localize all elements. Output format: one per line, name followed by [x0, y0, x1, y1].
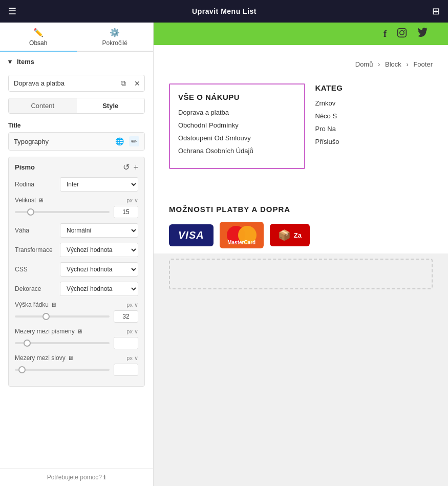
- copy-button[interactable]: ⧉: [117, 76, 130, 91]
- vyskaradku-text: Výška řádku: [15, 301, 49, 308]
- pencil-icon: ✏️: [33, 28, 44, 37]
- left-panel: ✏️ Obsah ⚙️ Pokročilé ▾ Items ⧉ ✕ Conten…: [0, 23, 154, 486]
- footer-link-obchodni[interactable]: Obchodní Podmínky: [178, 121, 296, 129]
- css-label: CSS: [15, 266, 56, 273]
- help-text[interactable]: Potřebujete pomoc? ℹ: [47, 474, 106, 481]
- mezery-slovy-label: Mezery mezi slovy 🖥: [15, 354, 73, 362]
- footer-link-odstoupeni[interactable]: Odstoupení Od Smlouvy: [178, 134, 296, 142]
- pismo-header: Písmo ↺ +: [15, 162, 138, 172]
- twitter-icon[interactable]: [417, 28, 428, 40]
- hamburger-icon[interactable]: ☰: [8, 6, 16, 17]
- footer-link-zrnkov[interactable]: Zrnkov: [315, 99, 433, 107]
- collapse-arrow-icon: ▾: [8, 58, 12, 66]
- pismo-section: Písmo ↺ + Rodina Inter Arial Roboto Veli…: [8, 157, 145, 387]
- mastercard-text: MasterCard: [227, 240, 255, 245]
- tab-obsah[interactable]: ✏️ Obsah: [0, 23, 77, 52]
- transformace-row: Transformace Výchozí hodnota Uppercase L…: [15, 243, 138, 257]
- tab-style[interactable]: Style: [77, 98, 145, 113]
- mastercard-logo: MasterCard: [220, 222, 264, 248]
- footer-link-prislu[interactable]: Příslušo: [315, 138, 433, 145]
- vaha-select[interactable]: Normální Bold Light: [60, 223, 138, 238]
- mezery-pismeny-slider-row: [15, 337, 138, 349]
- rodina-label: Rodina: [15, 181, 56, 188]
- rodina-row: Rodina Inter Arial Roboto: [15, 177, 138, 192]
- breadcrumb-item-domu[interactable]: Domů: [355, 60, 373, 68]
- item-input[interactable]: [9, 75, 117, 91]
- vaha-label: Váha: [15, 227, 56, 234]
- css-select[interactable]: Výchozí hodnota Italic Normal: [60, 262, 138, 277]
- footer-link-pro-na[interactable]: Pro Na: [315, 125, 433, 133]
- payment-title: MOŽNOSTI PLATBY A DOPRA: [169, 205, 433, 214]
- transformace-label: Transformace: [15, 246, 56, 253]
- mezery-slovy-slider[interactable]: [15, 369, 110, 371]
- tab-pokrocile[interactable]: ⚙️ Pokročilé: [77, 23, 154, 52]
- reset-button[interactable]: ↺: [123, 162, 130, 172]
- footer-col-kategorie: KATEG Zrnkov Něco S Pro Na Příslušo: [315, 83, 433, 169]
- tab-content[interactable]: Content: [9, 98, 77, 113]
- dekorace-label: Dekorace: [15, 285, 56, 292]
- velikost-unit: px ∨: [126, 197, 138, 204]
- velikost-slider-row: [15, 206, 138, 218]
- monitor-icon-4: 🖥: [68, 355, 73, 361]
- dekorace-row: Dekorace Výchozí hodnota Underline None: [15, 282, 138, 296]
- instagram-icon[interactable]: [397, 28, 407, 40]
- items-label-text: Items: [17, 58, 34, 66]
- close-button[interactable]: ✕: [130, 76, 144, 91]
- add-button[interactable]: +: [134, 162, 138, 172]
- breadcrumb-item-block[interactable]: Block: [385, 60, 401, 68]
- items-toggle[interactable]: ▾ Items: [8, 58, 145, 66]
- dekorace-select[interactable]: Výchozí hodnota Underline None: [60, 282, 138, 296]
- breadcrumb-sep-2: ›: [406, 60, 408, 68]
- title-section: Title Typography 🌐 ✏: [0, 118, 153, 155]
- top-bar: ☰ Upravit Menu List ⊞: [0, 0, 448, 23]
- grid-icon[interactable]: ⊞: [432, 6, 440, 17]
- tab-pokrocile-label: Pokročilé: [102, 39, 127, 47]
- item-row: ⧉ ✕: [8, 75, 145, 92]
- vyskaradku-input[interactable]: [114, 310, 138, 323]
- zasilkovna-logo: 📦 Za: [270, 224, 310, 246]
- content-area: Domů › Block › Footer VŠE O NÁKUPU Dopra…: [154, 45, 448, 195]
- monitor-icon-3: 🖥: [77, 328, 82, 334]
- css-row: CSS Výchozí hodnota Italic Normal: [15, 262, 138, 277]
- breadcrumb-item-footer: Footer: [413, 60, 433, 68]
- typography-row: Typography 🌐 ✏: [8, 132, 145, 151]
- velikost-slider[interactable]: [15, 211, 110, 213]
- main-layout: ✏️ Obsah ⚙️ Pokročilé ▾ Items ⧉ ✕ Conten…: [0, 23, 448, 486]
- facebook-icon[interactable]: f: [383, 29, 387, 39]
- panel-tabs: ✏️ Obsah ⚙️ Pokročilé: [0, 23, 153, 52]
- dotted-selection-box: [169, 259, 433, 289]
- help-footer: Potřebujete pomoc? ℹ: [0, 468, 153, 486]
- svg-point-2: [404, 30, 405, 31]
- breadcrumb: Domů › Block › Footer: [169, 55, 433, 73]
- footer-col-vse-o-nakupu: VŠE O NÁKUPU Doprava a platba Obchodní P…: [169, 83, 305, 169]
- breadcrumb-sep-1: ›: [378, 60, 380, 68]
- svg-rect-0: [398, 28, 407, 37]
- rodina-select[interactable]: Inter Arial Roboto: [60, 177, 138, 192]
- velikost-label: Velikost 🖥: [15, 197, 44, 204]
- mezery-slovy-header-row: Mezery mezi slovy 🖥 px ∨: [15, 354, 138, 362]
- mezery-slovy-input[interactable]: [114, 364, 138, 376]
- items-section: ▾ Items: [0, 52, 153, 70]
- footer-link-ochrana[interactable]: Ochrana Osobních Údajů: [178, 147, 296, 155]
- globe-icon-button[interactable]: 🌐: [113, 136, 126, 146]
- right-content: f Domů › Block › Footer: [154, 23, 448, 486]
- monitor-icon-2: 🖥: [51, 302, 56, 308]
- payment-logos: VISA MasterCard 📦 Za: [169, 222, 433, 248]
- pen-icon-button[interactable]: ✏: [129, 136, 139, 146]
- visa-logo: VISA: [169, 224, 214, 246]
- typography-icons: 🌐 ✏: [113, 136, 139, 146]
- mezery-pismeny-header-row: Mezery mezi písmeny 🖥 px ∨: [15, 328, 138, 335]
- mezery-pismeny-input[interactable]: [114, 337, 138, 349]
- footer-link-neco[interactable]: Něco S: [315, 112, 433, 120]
- velikost-input[interactable]: [114, 206, 138, 218]
- mezery-slovy-text: Mezery mezi slovy: [15, 354, 66, 362]
- monitor-icon: 🖥: [38, 197, 44, 203]
- tab-obsah-label: Obsah: [29, 39, 47, 47]
- vyskaradku-slider[interactable]: [15, 315, 110, 318]
- mezery-pismeny-slider[interactable]: [15, 342, 110, 344]
- footer-col2-title: KATEG: [315, 83, 433, 92]
- zasilkovna-text: Za: [294, 231, 302, 239]
- transformace-select[interactable]: Výchozí hodnota Uppercase Lowercase: [60, 243, 138, 257]
- footer-link-doprava[interactable]: Doprava a platba: [178, 109, 296, 116]
- visa-text: VISA: [178, 229, 204, 241]
